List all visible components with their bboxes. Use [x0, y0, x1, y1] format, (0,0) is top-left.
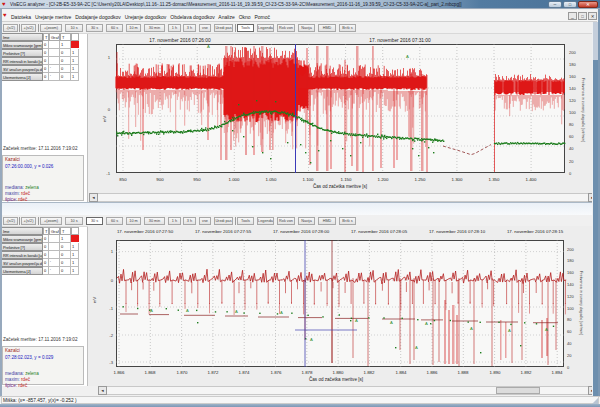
svg-text:A: A [186, 308, 189, 313]
svg-text:200: 200 [569, 50, 576, 55]
svg-text:20: 20 [567, 353, 572, 358]
svg-text:Čas od začetka meritve [s]: Čas od začetka meritve [s] [309, 376, 363, 382]
svg-text:900: 900 [156, 177, 164, 182]
svg-text:A: A [280, 310, 283, 315]
svg-text:100: 100 [569, 110, 576, 115]
svg-text:17. november 2016 07:28:15: 17. november 2016 07:28:15 [507, 229, 564, 234]
svg-text:A: A [150, 308, 153, 313]
svg-text:1.250: 1.250 [415, 177, 427, 182]
svg-text:1.050: 1.050 [266, 177, 278, 182]
svg-text:1.868: 1.868 [145, 370, 157, 375]
svg-text:160: 160 [567, 270, 574, 275]
svg-text:1.890: 1.890 [490, 370, 502, 375]
svg-text:A: A [470, 326, 473, 331]
svg-text:17. november 2016 07:27:55: 17. november 2016 07:27:55 [195, 229, 252, 234]
svg-text:180: 180 [567, 258, 574, 263]
svg-text:1.000: 1.000 [229, 177, 241, 182]
svg-text:Frekvenca in zunanji dogodki [: Frekvenca in zunanji dogodki [utr/min] [579, 271, 583, 335]
svg-text:80: 80 [569, 122, 574, 127]
svg-text:1.886: 1.886 [427, 370, 439, 375]
svg-text:1.872: 1.872 [208, 370, 220, 375]
svg-text:140: 140 [567, 282, 574, 287]
svg-text:1.874: 1.874 [239, 370, 251, 375]
svg-text:Čas od začetka meritve [s]: Čas od začetka meritve [s] [313, 183, 367, 189]
svg-text:160: 160 [569, 74, 576, 79]
svg-text:140: 140 [569, 86, 576, 91]
svg-text:1.876: 1.876 [271, 370, 283, 375]
svg-text:A: A [406, 54, 409, 59]
svg-text:mV: mV [102, 116, 107, 123]
svg-text:A: A [415, 345, 418, 350]
svg-text:1.894: 1.894 [552, 370, 564, 375]
svg-text:Frekvenca in zunanji dogodki [: Frekvenca in zunanji dogodki [utr/min] [581, 78, 585, 142]
svg-text:A: A [310, 337, 313, 342]
svg-text:17. november 2016 07:31:00: 17. november 2016 07:31:00 [369, 38, 431, 43]
svg-text:120: 120 [569, 98, 576, 103]
svg-text:1.100: 1.100 [303, 177, 315, 182]
svg-text:17. november 2016 07:28:05: 17. november 2016 07:28:05 [351, 229, 408, 234]
svg-text:1.866: 1.866 [114, 370, 126, 375]
svg-text:17. november 2016 07:28:00: 17. november 2016 07:28:00 [273, 229, 330, 234]
svg-text:180: 180 [569, 62, 576, 67]
svg-text:1.200: 1.200 [378, 177, 390, 182]
svg-text:A: A [390, 320, 393, 325]
svg-text:1.880: 1.880 [333, 370, 345, 375]
svg-text:950: 950 [193, 177, 201, 182]
svg-text:1.300: 1.300 [452, 177, 464, 182]
svg-text:1.884: 1.884 [396, 370, 408, 375]
svg-text:850: 850 [119, 177, 127, 182]
svg-text:1.150: 1.150 [341, 177, 353, 182]
svg-text:200: 200 [567, 247, 574, 252]
svg-text:A: A [207, 44, 210, 49]
svg-text:1.892: 1.892 [521, 370, 533, 375]
svg-text:20: 20 [569, 159, 574, 164]
svg-text:A: A [235, 309, 238, 314]
svg-text:17. november 2016 07:27:50: 17. november 2016 07:27:50 [117, 229, 174, 234]
svg-text:1.882: 1.882 [364, 370, 376, 375]
svg-text:A: A [545, 327, 548, 332]
svg-text:40: 40 [569, 146, 574, 151]
svg-text:40: 40 [567, 341, 572, 346]
svg-text:1.870: 1.870 [177, 370, 189, 375]
svg-text:1.888: 1.888 [458, 370, 470, 375]
svg-text:1.400: 1.400 [526, 177, 538, 182]
svg-text:60: 60 [569, 134, 574, 139]
svg-text:17. november 2016 07:26:00: 17. november 2016 07:26:00 [149, 38, 211, 43]
svg-text:A: A [508, 328, 511, 333]
svg-text:120: 120 [567, 294, 574, 299]
svg-text:1.878: 1.878 [302, 370, 314, 375]
svg-text:mV: mV [92, 297, 97, 304]
svg-text:60: 60 [567, 329, 572, 334]
svg-text:1.350: 1.350 [489, 177, 501, 182]
svg-text:A: A [355, 318, 358, 323]
svg-text:80: 80 [567, 317, 572, 322]
svg-text:A: A [425, 321, 428, 326]
svg-text:100: 100 [567, 306, 574, 311]
svg-text:17. november 2016 07:28:10: 17. november 2016 07:28:10 [429, 229, 486, 234]
